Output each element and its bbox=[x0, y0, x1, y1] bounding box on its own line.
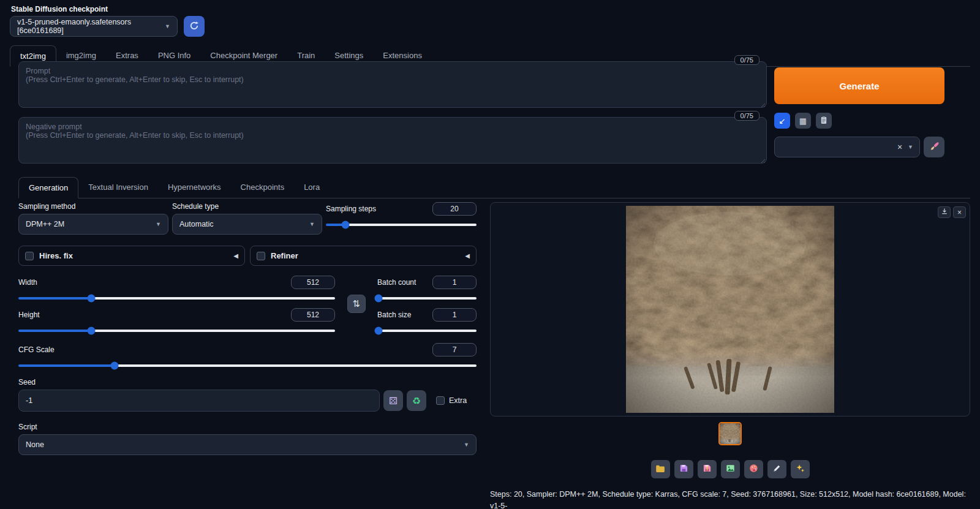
prompt-tools-row: ↙ ▦ bbox=[774, 113, 944, 129]
chevron-down-icon: ▼ bbox=[156, 221, 161, 227]
generated-image[interactable] bbox=[626, 206, 834, 413]
extra-seed-toggle[interactable]: Extra bbox=[436, 396, 467, 405]
recycle-icon: ♻ bbox=[412, 395, 421, 407]
styles-dropdown[interactable]: × ▼ bbox=[774, 137, 920, 157]
batch-count-slider[interactable] bbox=[377, 297, 477, 300]
seed-label: Seed bbox=[18, 378, 477, 386]
chevron-down-icon: ▼ bbox=[464, 442, 469, 448]
action-column: Generate ↙ ▦ × ▼ bbox=[774, 67, 944, 157]
batch-count-input[interactable] bbox=[432, 276, 477, 289]
reuse-seed-button[interactable]: ♻ bbox=[407, 390, 426, 411]
schedule-type-dropdown[interactable]: Automatic ▼ bbox=[172, 214, 322, 235]
subtab-hypernetworks[interactable]: Hypernetworks bbox=[158, 177, 231, 198]
sub-tabbar: Generation Textual Inversion Hypernetwor… bbox=[18, 177, 970, 198]
apply-styles-button[interactable] bbox=[816, 113, 832, 129]
thumbnail-selected[interactable] bbox=[718, 422, 742, 445]
height-input[interactable] bbox=[291, 308, 335, 322]
download-image-button[interactable] bbox=[938, 206, 951, 218]
height-slider[interactable] bbox=[18, 330, 335, 332]
sparkles-icon bbox=[796, 464, 805, 475]
negative-prompt-input[interactable] bbox=[18, 117, 767, 164]
cfg-scale-input[interactable] bbox=[432, 343, 477, 356]
sd-webui-app: { "header": { "checkpoint_label": "Stabl… bbox=[0, 0, 980, 509]
script-value: None bbox=[26, 440, 44, 449]
batch-size-label: Batch size bbox=[377, 311, 411, 319]
width-input[interactable] bbox=[291, 276, 335, 289]
batch-size-input[interactable] bbox=[432, 308, 477, 322]
cfg-scale-slider[interactable] bbox=[18, 364, 477, 367]
extra-seed-label: Extra bbox=[449, 396, 467, 405]
swap-icon: ⇅ bbox=[352, 298, 360, 309]
floppy-icon bbox=[679, 464, 688, 475]
save-image-button[interactable] bbox=[674, 460, 693, 478]
styles-row: × ▼ bbox=[774, 137, 944, 157]
hires-fix-label: Hires. fix bbox=[39, 251, 73, 260]
extra-networks-button[interactable]: ▦ bbox=[795, 113, 811, 129]
save-zip-button[interactable] bbox=[698, 460, 717, 478]
refresh-checkpoint-button[interactable] bbox=[184, 16, 205, 37]
checkpoint-dropdown[interactable]: v1-5-pruned-emaonly.safetensors [6ce0161… bbox=[10, 16, 178, 37]
random-seed-button[interactable]: ⚄ bbox=[383, 390, 403, 411]
chevron-down-icon: ▼ bbox=[908, 144, 913, 150]
paste-params-button[interactable]: ↙ bbox=[774, 113, 790, 129]
schedule-type-label: Schedule type bbox=[172, 202, 322, 211]
extra-networks-icon: ▦ bbox=[799, 116, 807, 126]
refiner-checkbox[interactable] bbox=[257, 252, 265, 260]
open-folder-button[interactable] bbox=[651, 460, 670, 478]
clipboard-icon bbox=[820, 116, 828, 126]
generation-info-text: Steps: 20, Sampler: DPM++ 2M, Schedule t… bbox=[490, 489, 970, 509]
extra-seed-checkbox[interactable] bbox=[436, 396, 445, 405]
generate-button[interactable]: Generate bbox=[774, 67, 944, 104]
refiner-accordion[interactable]: Refiner ◀ bbox=[250, 246, 477, 266]
sampling-method-label: Sampling method bbox=[18, 202, 168, 211]
width-slider[interactable] bbox=[18, 297, 335, 300]
thumbnail-image bbox=[720, 423, 741, 444]
subtab-lora[interactable]: Lora bbox=[294, 177, 330, 198]
send-to-img2img-button[interactable] bbox=[721, 460, 740, 478]
swap-dimensions-button[interactable]: ⇅ bbox=[347, 295, 366, 313]
upscale-button[interactable] bbox=[791, 460, 810, 478]
prompt-token-counter: 0/75 bbox=[734, 55, 760, 65]
sampling-steps-input[interactable] bbox=[432, 202, 477, 216]
gallery-actions bbox=[490, 460, 970, 478]
subtab-checkpoints[interactable]: Checkpoints bbox=[231, 177, 295, 198]
close-icon: × bbox=[957, 208, 962, 217]
refiner-label: Refiner bbox=[271, 251, 298, 260]
send-to-inpaint-button[interactable] bbox=[744, 460, 763, 478]
negative-prompt-token-counter: 0/75 bbox=[734, 111, 760, 121]
sampling-method-dropdown[interactable]: DPM++ 2M ▼ bbox=[18, 214, 168, 235]
subtab-generation[interactable]: Generation bbox=[18, 177, 78, 198]
batch-size-slider[interactable] bbox=[377, 330, 477, 332]
image-canvas: × bbox=[490, 202, 970, 417]
width-label: Width bbox=[18, 278, 37, 287]
refresh-icon bbox=[189, 21, 199, 32]
seed-input[interactable] bbox=[18, 390, 380, 412]
subtab-textual-inversion[interactable]: Textual Inversion bbox=[78, 177, 158, 198]
palette-icon bbox=[749, 464, 758, 475]
hires-fix-checkbox[interactable] bbox=[25, 252, 34, 260]
chevron-down-icon: ▼ bbox=[309, 221, 315, 227]
pen-icon bbox=[772, 464, 782, 475]
cfg-scale-label: CFG Scale bbox=[18, 345, 55, 354]
close-image-button[interactable]: × bbox=[953, 206, 966, 218]
send-to-extras-button[interactable] bbox=[767, 460, 786, 478]
height-label: Height bbox=[18, 311, 40, 319]
schedule-type-value: Automatic bbox=[179, 220, 214, 228]
clear-styles-icon[interactable]: × bbox=[897, 143, 902, 151]
sampling-method-value: DPM++ 2M bbox=[26, 220, 64, 228]
thumbnail-strip bbox=[490, 422, 970, 445]
download-icon bbox=[941, 208, 948, 217]
sampling-steps-slider[interactable] bbox=[326, 224, 477, 226]
generation-settings-panel: Sampling method DPM++ 2M ▼ Schedule type… bbox=[18, 202, 477, 455]
folder-icon bbox=[655, 464, 665, 475]
hires-fix-accordion[interactable]: Hires. fix ◀ bbox=[18, 246, 245, 266]
floppy-zip-icon bbox=[703, 464, 712, 475]
script-dropdown[interactable]: None ▼ bbox=[18, 434, 477, 455]
edit-styles-button[interactable] bbox=[924, 137, 944, 157]
prompt-input[interactable] bbox=[18, 61, 767, 108]
chevron-down-icon: ▼ bbox=[165, 23, 170, 29]
checkpoint-value: v1-5-pruned-emaonly.safetensors [6ce0161… bbox=[17, 18, 165, 35]
image-icon bbox=[726, 464, 735, 475]
script-label: Script bbox=[18, 423, 477, 431]
dice-icon: ⚄ bbox=[389, 395, 398, 407]
